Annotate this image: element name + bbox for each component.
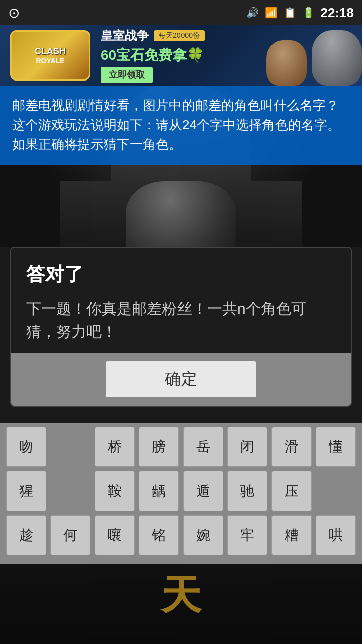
ad-title: 皇室战争 [101, 28, 149, 44]
clock: 22:18 [321, 5, 354, 21]
description-area: 邮差电视剧剧情好看，图片中的邮差的角色叫什么名字？这个游戏玩法说明如下：请从24… [0, 86, 362, 165]
ad-logo-line1: CLASH [35, 46, 66, 57]
sim-icon: 📋 [284, 7, 296, 19]
char-cell[interactable]: 吻 [6, 427, 46, 467]
char-cell[interactable]: 桥 [95, 427, 135, 467]
ad-logo-line2: ROYALE [36, 57, 64, 65]
dialog-message: 下一题！你真是邮差粉丝！一共n个角色可猜，努力吧！ [26, 297, 336, 343]
char-cell-empty [50, 471, 90, 511]
description-text: 邮差电视剧剧情好看，图片中的邮差的角色叫什么名字？这个游戏玩法说明如下：请从24… [12, 96, 350, 154]
char-cell[interactable]: 鞍 [95, 471, 135, 511]
volume-icon: 🔊 [246, 7, 259, 19]
dialog-box: 答对了 下一题！你真是邮差粉丝！一共n个角色可猜，努力吧！ 确定 [10, 247, 352, 407]
app-icon: ⊙ [8, 5, 20, 21]
char-cell[interactable]: 滑 [272, 427, 312, 467]
char-cell[interactable]: 龋 [139, 471, 179, 511]
ad-characters [251, 25, 362, 86]
dialog-confirm-button[interactable]: 确定 [106, 361, 256, 397]
char-cell[interactable]: 铭 [139, 515, 179, 555]
ad-logo: CLASH ROYALE [10, 30, 90, 80]
char-cell[interactable]: 牢 [227, 515, 267, 555]
dialog-content: 答对了 下一题！你真是邮差粉丝！一共n个角色可猜，努力吧！ [11, 248, 351, 353]
char-cell-empty [316, 471, 356, 511]
dialog-title: 答对了 [26, 262, 336, 287]
char-cell[interactable]: 岳 [183, 427, 223, 467]
char-cell[interactable]: 压 [272, 471, 312, 511]
char-cell[interactable]: 嚷 [95, 515, 135, 555]
char-row-2: 猩 鞍 龋 遁 驰 压 [4, 471, 358, 511]
char-cell[interactable]: 闭 [227, 427, 267, 467]
char-cell[interactable]: 驰 [227, 471, 267, 511]
bottom-text: 天 [161, 569, 201, 623]
char-cell[interactable]: 懂 [316, 427, 356, 467]
char-cell[interactable]: 膀 [139, 427, 179, 467]
char-cell[interactable]: 哄 [316, 515, 356, 555]
char-cell[interactable]: 遁 [183, 471, 223, 511]
char-row-3: 趁 何 嚷 铭 婉 牢 糟 哄 [4, 515, 358, 555]
wifi-icon: 📶 [265, 7, 278, 19]
char-cell-empty [50, 427, 90, 467]
ad-cta-button[interactable]: 立即领取 [101, 67, 153, 83]
ad-banner[interactable]: CLASH ROYALE 皇室战争 每天20000份 60宝石免费拿🍀 立即领取 [0, 25, 362, 86]
char-cell[interactable]: 婉 [183, 515, 223, 555]
char-cell[interactable]: 何 [50, 515, 90, 555]
dialog-footer: 确定 [11, 353, 351, 406]
char-cell[interactable]: 趁 [6, 515, 46, 555]
status-left: ⊙ [8, 5, 20, 21]
status-bar: ⊙ 🔊 📶 📋 🔋 22:18 [0, 0, 362, 25]
char-cell[interactable]: 猩 [6, 471, 46, 511]
char-row-1: 吻 桥 膀 岳 闭 滑 懂 [4, 427, 358, 467]
char-cell[interactable]: 糟 [272, 515, 312, 555]
battery-icon: 🔋 [302, 7, 315, 19]
status-right: 🔊 📶 📋 🔋 22:18 [246, 5, 354, 21]
ad-badge: 每天20000份 [154, 30, 205, 41]
character-grid: 吻 桥 膀 岳 闭 滑 懂 猩 鞍 龋 遁 驰 压 趁 何 嚷 铭 婉 牢 糟 … [0, 423, 362, 564]
